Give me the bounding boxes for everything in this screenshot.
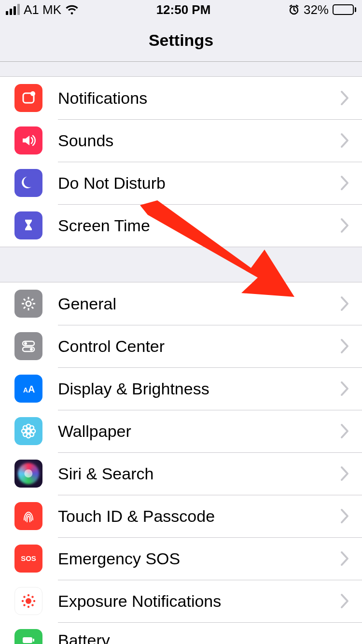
group-spacer — [0, 62, 362, 76]
svg-text:A: A — [28, 384, 35, 394]
row-dnd[interactable]: Do Not Disturb — [0, 162, 362, 204]
status-right: 32% — [288, 2, 356, 17]
row-label: Screen Time — [58, 216, 340, 235]
page-title: Settings — [149, 31, 213, 50]
switches-icon — [14, 332, 42, 360]
chevron-right-icon — [340, 90, 349, 106]
svg-point-31 — [22, 600, 24, 602]
row-label: Control Center — [58, 337, 340, 356]
svg-point-15 — [30, 348, 33, 351]
svg-point-13 — [24, 342, 27, 345]
row-siri[interactable]: Siri & Search — [0, 452, 362, 495]
sos-icon: SOS — [14, 545, 42, 573]
row-notifications[interactable]: Notifications — [0, 77, 362, 119]
svg-point-24 — [30, 426, 34, 430]
row-label: Wallpaper — [58, 422, 340, 441]
battery-icon — [14, 629, 42, 644]
gear-icon — [14, 290, 42, 318]
nav-bar: Settings — [0, 19, 362, 62]
row-label: General — [58, 294, 340, 313]
row-wallpaper[interactable]: Wallpaper — [0, 410, 362, 452]
svg-point-3 — [26, 301, 31, 306]
carrier-label: A1 MK — [24, 2, 61, 17]
row-touchid[interactable]: Touch ID & Passcode — [0, 495, 362, 537]
row-label: Touch ID & Passcode — [58, 507, 340, 526]
row-label: Display & Brightness — [58, 379, 340, 398]
flower-icon — [14, 417, 42, 445]
chevron-right-icon — [340, 465, 349, 482]
wifi-icon — [65, 4, 79, 15]
chevron-right-icon — [340, 295, 349, 312]
row-label: Exposure Notifications — [58, 592, 340, 611]
row-label: Emergency SOS — [58, 549, 340, 568]
settings-group-2: General Control Center AA Display & Brig… — [0, 282, 362, 644]
status-time: 12:50 PM — [156, 2, 211, 17]
chevron-right-icon — [340, 593, 349, 609]
row-general[interactable]: General — [0, 282, 362, 325]
status-left: A1 MK — [6, 2, 79, 17]
siri-icon — [14, 460, 42, 488]
moon-icon — [14, 169, 42, 197]
chevron-right-icon — [340, 132, 349, 149]
row-label: Siri & Search — [58, 464, 340, 483]
sounds-icon — [14, 126, 42, 154]
svg-text:A: A — [23, 386, 28, 394]
row-exposure[interactable]: Exposure Notifications — [0, 580, 362, 622]
row-controlcenter[interactable]: Control Center — [0, 325, 362, 367]
row-label: Battery — [58, 631, 340, 644]
svg-line-9 — [32, 307, 34, 309]
row-screentime[interactable]: Screen Time — [0, 204, 362, 247]
svg-point-26 — [30, 433, 34, 436]
text-size-icon: AA — [14, 375, 42, 403]
svg-point-29 — [28, 594, 29, 596]
svg-line-8 — [24, 299, 26, 301]
svg-point-25 — [23, 433, 27, 436]
notifications-icon — [14, 84, 42, 112]
svg-rect-37 — [23, 637, 32, 643]
status-bar: A1 MK 12:50 PM 32% — [0, 0, 362, 19]
battery-percent: 32% — [304, 2, 329, 17]
chevron-right-icon — [340, 338, 349, 354]
svg-point-35 — [23, 604, 25, 606]
svg-point-23 — [23, 426, 27, 430]
svg-line-10 — [32, 299, 34, 301]
row-label: Do Not Disturb — [58, 174, 340, 193]
chevron-right-icon — [340, 550, 349, 567]
row-display[interactable]: AA Display & Brightness — [0, 367, 362, 410]
group-spacer — [0, 247, 362, 282]
svg-point-33 — [23, 596, 25, 598]
row-sounds[interactable]: Sounds — [0, 119, 362, 162]
chevron-right-icon — [340, 423, 349, 439]
cellular-signal-icon — [6, 4, 20, 15]
svg-point-34 — [31, 596, 33, 598]
settings-group-1: Notifications Sounds Do Not Disturb Scre… — [0, 76, 362, 247]
svg-point-2 — [30, 91, 35, 96]
hourglass-icon — [14, 211, 42, 239]
svg-line-11 — [24, 307, 26, 309]
svg-point-32 — [33, 600, 35, 602]
fingerprint-icon — [14, 502, 42, 530]
svg-rect-38 — [33, 639, 34, 642]
svg-text:SOS: SOS — [21, 554, 36, 562]
chevron-right-icon — [340, 508, 349, 524]
row-label: Sounds — [58, 131, 340, 150]
svg-point-36 — [31, 604, 33, 606]
svg-point-18 — [27, 429, 30, 433]
chevron-right-icon — [340, 380, 349, 397]
chevron-right-icon — [340, 175, 349, 191]
chevron-right-icon — [340, 217, 349, 234]
exposure-icon — [14, 587, 42, 615]
alarm-icon — [288, 4, 300, 15]
row-battery[interactable]: Battery — [0, 622, 362, 644]
row-sos[interactable]: SOS Emergency SOS — [0, 537, 362, 580]
svg-point-30 — [28, 606, 29, 608]
battery-icon — [333, 4, 356, 15]
row-label: Notifications — [58, 89, 340, 108]
svg-point-28 — [26, 598, 31, 604]
